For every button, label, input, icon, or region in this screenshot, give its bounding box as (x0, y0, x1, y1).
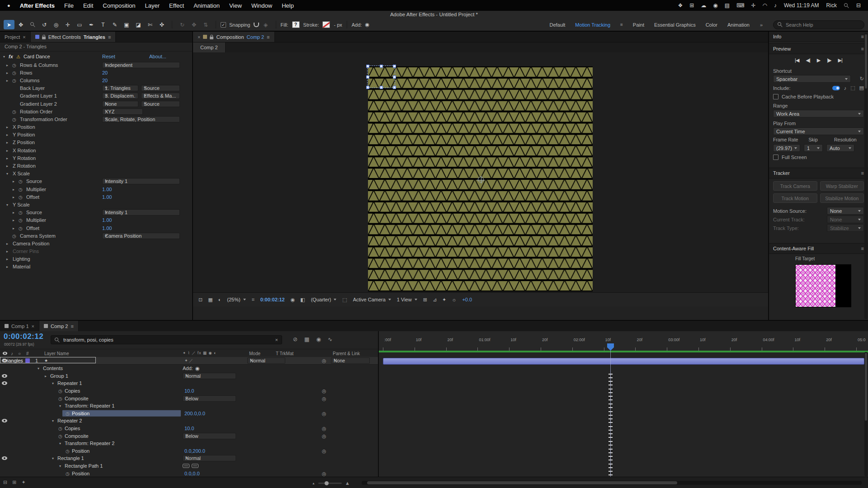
close-icon[interactable]: × (198, 34, 200, 40)
exposure-value[interactable]: +0.0 (462, 297, 472, 302)
next-frame-button[interactable]: |▶ (827, 57, 831, 63)
pixel-aspect-icon[interactable]: ⊞ (423, 297, 427, 303)
snapping-checkbox[interactable]: ✓ (221, 22, 226, 28)
expand-transfer-controls-icon[interactable]: ⊞ (12, 479, 16, 485)
selection-handle[interactable] (393, 65, 396, 68)
zoom-slider-knob[interactable] (325, 481, 329, 485)
property-row-rectangle-path-1[interactable]: ▾Rectangle Path 1 (0, 462, 378, 470)
frame-blend-icon[interactable]: ▦ (304, 336, 309, 343)
group-mode-dropdown[interactable]: Normal (183, 455, 236, 461)
parent-link-column-label[interactable]: Parent & Link (333, 351, 360, 356)
trkmat-column-label[interactable]: T TrkMat (276, 351, 293, 356)
rotation-tool[interactable]: ↺ (39, 20, 50, 29)
property-value[interactable]: 1.00 (102, 217, 112, 223)
eye-toggle[interactable] (2, 381, 7, 385)
reset-shortcut-icon[interactable]: ↻ (860, 76, 864, 82)
expand-icon[interactable]: ▸ (6, 63, 8, 67)
panel-menu-icon[interactable]: ≡ (861, 46, 864, 52)
property-row-position[interactable]: ◷Position0.0,0.0◎ (0, 469, 378, 477)
add-shape-icon[interactable]: ◉ (195, 366, 200, 371)
previous-frame-button[interactable]: ◀| (806, 57, 810, 63)
preview-panel-header[interactable]: Preview ≡ (769, 43, 868, 54)
search-help-box[interactable]: Search Help (773, 20, 864, 29)
region-of-interest-icon[interactable]: ⬚ (342, 297, 347, 303)
stopwatch-icon[interactable]: ◷ (58, 433, 62, 438)
preview-quality-icon[interactable]: ⊡ (198, 297, 203, 303)
tab-effect-controls[interactable]: Effect Controls Triangles ≡ (31, 32, 116, 42)
expand-icon[interactable]: ▸ (13, 187, 14, 191)
user-menu[interactable]: Rick (826, 2, 837, 9)
creative-cloud-icon[interactable]: ❖ (678, 2, 683, 9)
stopwatch-icon[interactable]: ◷ (58, 426, 62, 431)
property-value[interactable]: 200.0,0.0 (184, 411, 205, 416)
expand-icon[interactable]: ▸ (13, 218, 14, 222)
stopwatch-icon[interactable]: ◷ (12, 62, 16, 67)
property-row-repeater-1[interactable]: ▾Repeater 1 (0, 380, 378, 387)
expand-icon[interactable]: ▸ (13, 211, 14, 215)
property-value[interactable]: 10.0 (184, 426, 194, 431)
property-row-rectangle-1[interactable]: ▾Rectangle 1Normal (0, 455, 378, 462)
motion-blur-icon[interactable]: ◉ (316, 336, 321, 343)
layer-mode-dropdown[interactable]: Normal (247, 357, 285, 364)
expand-icon[interactable]: ▸ (6, 265, 8, 269)
property-value[interactable]: 0.0,0.0 (184, 471, 200, 476)
property-value[interactable]: 20 (102, 78, 108, 83)
play-button[interactable]: ▶ (817, 57, 820, 63)
timeline-search-field[interactable]: transform, posi, copies × (51, 335, 282, 344)
zoom-slider[interactable] (318, 483, 342, 484)
range-dropdown[interactable]: Work Area (773, 110, 864, 117)
collapse-icon[interactable]: ▾ (38, 366, 39, 371)
workspace-menu-icon[interactable]: ≡ (620, 22, 623, 27)
timeline-vertical-scrollbar[interactable] (864, 352, 868, 476)
property-value[interactable]: 0.0,200.0 (184, 448, 205, 454)
fast-previews-icon[interactable]: ⊿ (433, 297, 437, 303)
layer-label-chip[interactable] (25, 358, 30, 363)
layer-dropdown[interactable]: None (102, 101, 138, 107)
snap-options-icon[interactable]: ◈ (260, 20, 271, 29)
expand-icon[interactable]: ▸ (6, 141, 8, 145)
property-row-transform-repeater-1[interactable]: ▾Transform: Repeater 1 (0, 402, 378, 410)
shy-toggle-icon[interactable]: ⊘ (293, 336, 297, 343)
tab-composition[interactable]: × Composition Comp 2 ≡ (193, 32, 275, 42)
timeline-track-area[interactable]: :00f10f20f01:00f10f20f02:00f10f20f03:00f… (378, 331, 868, 477)
anchor-point-indicator[interactable] (478, 177, 484, 183)
property-row-group-1[interactable]: ▸Group 1Normal (0, 372, 378, 380)
tab-comp-2[interactable]: Comp 2 ≡ (39, 321, 79, 331)
eraser-tool[interactable]: ◪ (133, 20, 144, 29)
panel-menu-icon[interactable]: ≡ (108, 34, 111, 40)
layer-switches[interactable]: ✦ ／ (184, 358, 193, 364)
stopwatch-icon[interactable]: ◷ (66, 471, 70, 476)
stopwatch-icon[interactable]: ◷ (19, 218, 23, 223)
mode-column-label[interactable]: Mode (249, 351, 260, 356)
collapse-icon[interactable]: ▾ (6, 202, 8, 206)
stopwatch-icon[interactable]: ◷ (19, 225, 23, 230)
flowchart-icon[interactable]: ✦ (442, 297, 446, 303)
collapse-icon[interactable]: ▾ (52, 456, 54, 460)
panel-menu-icon[interactable]: ≡ (861, 34, 864, 39)
accessibility-icon[interactable]: ✛ (751, 2, 755, 9)
clone-stamp-tool[interactable]: ▣ (121, 20, 132, 29)
view-layout-dropdown[interactable]: 1 View (397, 297, 417, 302)
magnet-icon[interactable] (254, 23, 259, 27)
menu-view[interactable]: View (229, 2, 242, 9)
first-frame-button[interactable]: |◀ (795, 57, 799, 63)
expand-icon[interactable]: ▸ (6, 125, 8, 129)
fill-swatch[interactable]: ? (292, 21, 300, 28)
warp-stabilizer-button[interactable]: Warp Stabilizer (820, 181, 864, 191)
stopwatch-icon[interactable]: ◷ (58, 389, 62, 394)
color-profile-icon[interactable]: ▤ (725, 2, 730, 9)
dolly-camera-tool[interactable]: ⇅ (200, 20, 211, 29)
shortcut-dropdown[interactable]: Spacebar (773, 75, 851, 83)
apple-menu-icon[interactable]: ● (7, 3, 10, 8)
roto-brush-tool[interactable]: ✄ (145, 20, 156, 29)
stopwatch-icon[interactable]: ◷ (12, 233, 16, 238)
property-row-copies[interactable]: ◷Copies10.0◎ (0, 425, 378, 432)
tab-project[interactable]: Project × (0, 32, 31, 42)
brush-tool[interactable]: ✎ (109, 20, 120, 29)
collapse-icon[interactable]: ▾ (3, 54, 5, 58)
cache-before-playback-checkbox[interactable] (773, 94, 778, 99)
exposure-icon[interactable]: ☼ (452, 297, 456, 303)
source-dropdown[interactable]: Source (141, 85, 180, 91)
zoom-in-icon[interactable]: ▲ (345, 480, 350, 486)
info-panel-header[interactable]: Info ≡ (769, 32, 868, 42)
